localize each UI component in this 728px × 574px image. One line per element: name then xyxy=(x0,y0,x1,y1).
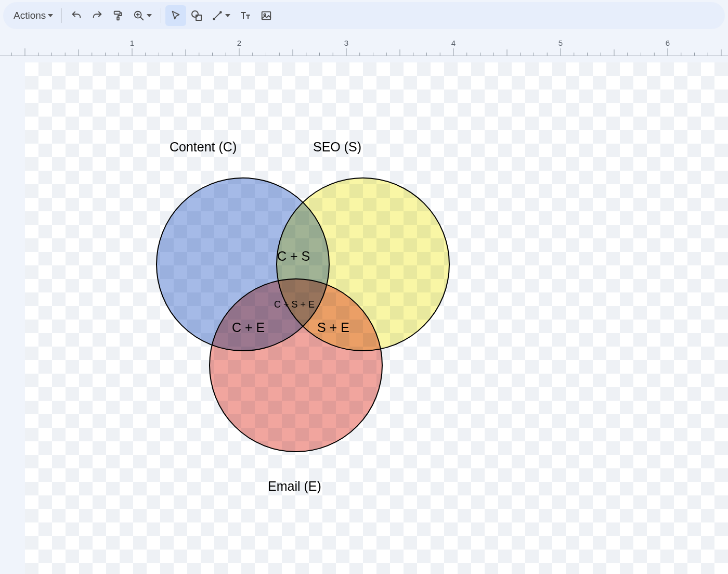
venn-label-se[interactable]: S + E xyxy=(317,320,349,335)
toolbar-separator xyxy=(61,8,62,23)
svg-rect-0 xyxy=(114,11,120,15)
toolbar: Actions xyxy=(3,2,725,29)
svg-line-3 xyxy=(140,17,144,20)
undo-button[interactable] xyxy=(66,5,87,26)
horizontal-ruler: 123456 xyxy=(0,39,728,56)
drawing-canvas[interactable]: Content (C) SEO (S) Email (E) C + S C + … xyxy=(25,62,728,574)
svg-point-6 xyxy=(192,11,198,17)
zoom-button[interactable] xyxy=(128,5,157,26)
venn-label-email[interactable]: Email (E) xyxy=(268,479,321,494)
redo-icon xyxy=(92,10,103,21)
shape-icon xyxy=(190,9,203,22)
redo-button[interactable] xyxy=(87,5,108,26)
image-tool-button[interactable] xyxy=(256,5,277,26)
ruler-number: 1 xyxy=(130,39,134,47)
caret-down-icon xyxy=(225,14,230,17)
venn-label-cs[interactable]: C + S xyxy=(277,249,310,264)
venn-label-content[interactable]: Content (C) xyxy=(170,139,237,155)
image-icon xyxy=(261,10,272,21)
line-tool-button[interactable] xyxy=(207,5,235,26)
venn-label-cse[interactable]: C + S + E xyxy=(274,299,315,310)
ruler-number: 3 xyxy=(344,39,348,47)
textbox-icon xyxy=(239,9,252,22)
ruler-number: 5 xyxy=(558,39,563,47)
toolbar-separator xyxy=(161,8,161,23)
venn-label-ce[interactable]: C + E xyxy=(232,320,265,335)
cursor-icon xyxy=(170,10,181,21)
ruler-number: 4 xyxy=(451,39,456,47)
svg-line-8 xyxy=(214,12,221,19)
svg-rect-7 xyxy=(196,15,201,20)
ruler-number: 2 xyxy=(237,39,241,47)
line-icon xyxy=(212,10,223,21)
svg-rect-1 xyxy=(117,17,119,20)
zoom-icon xyxy=(133,10,145,21)
actions-menu-button[interactable]: Actions xyxy=(9,5,57,26)
ruler-number: 6 xyxy=(666,39,670,47)
venn-label-seo[interactable]: SEO (S) xyxy=(313,139,361,155)
paint-roller-icon xyxy=(112,10,124,21)
svg-point-9 xyxy=(214,18,215,20)
textbox-tool-button[interactable] xyxy=(235,5,256,26)
shape-tool-button[interactable] xyxy=(186,5,207,26)
caret-down-icon xyxy=(48,14,53,17)
select-tool-button[interactable] xyxy=(165,5,186,26)
svg-point-10 xyxy=(220,11,222,13)
caret-down-icon xyxy=(147,14,152,17)
svg-point-12 xyxy=(264,14,266,16)
actions-menu-label: Actions xyxy=(14,10,46,21)
undo-icon xyxy=(71,10,82,21)
paint-format-button[interactable] xyxy=(108,5,128,26)
